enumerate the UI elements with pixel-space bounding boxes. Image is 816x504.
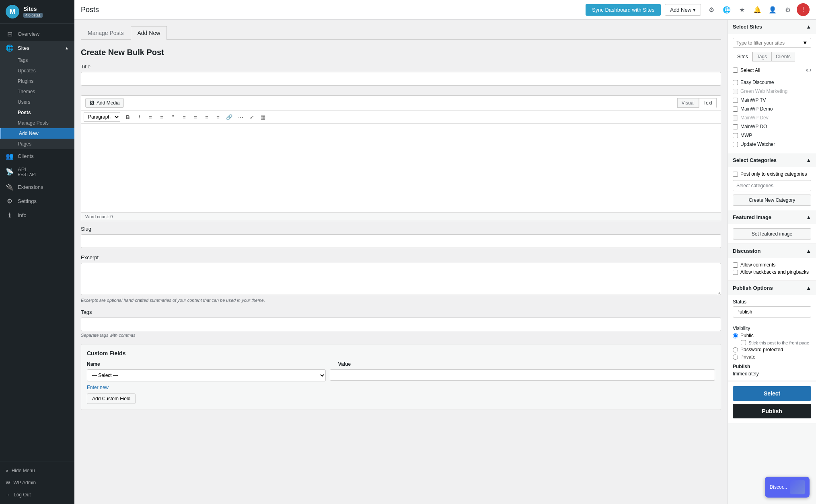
sidebar-item-clients[interactable]: 👥 Clients (0, 149, 74, 163)
set-featured-image-button[interactable]: Set featured image (733, 228, 811, 240)
select-button[interactable]: Select (733, 386, 811, 401)
editor-body[interactable] (81, 124, 721, 212)
site-checkbox-mwp[interactable] (733, 133, 738, 138)
cf-value-input[interactable] (330, 369, 715, 381)
log-out-button[interactable]: → Log Out (0, 489, 74, 501)
sidebar-subitem-plugins[interactable]: Plugins (0, 76, 74, 86)
publish-options-header[interactable]: Publish Options ▲ (728, 281, 816, 295)
add-media-button[interactable]: 🖼 Add Media (85, 98, 124, 108)
categories-select[interactable]: Select categories (733, 180, 811, 191)
paragraph-select[interactable]: Paragraph Heading 1 Heading 2 Heading 3 (84, 112, 120, 122)
topbar-bell-icon[interactable]: 🔔 (751, 3, 764, 16)
sidebar-subitem-users[interactable]: Users (0, 97, 74, 107)
add-new-button[interactable]: Add New ▾ (665, 4, 701, 16)
sites-tab-tags[interactable]: Tags (752, 52, 771, 61)
sidebar-item-api[interactable]: 📡 API REST API (0, 163, 74, 180)
stick-to-front-page-checkbox[interactable] (741, 340, 746, 345)
radio-public-input[interactable] (733, 333, 738, 338)
topbar-globe-icon[interactable]: 🌐 (720, 3, 733, 16)
link-button[interactable]: 🔗 (224, 112, 234, 122)
cf-name-select[interactable]: — Select — (87, 369, 326, 381)
site-checkbox-green-web-marketing[interactable] (733, 89, 738, 94)
sync-dashboard-button[interactable]: Sync Dashboard with Sites (586, 4, 661, 16)
fullscreen-button[interactable]: ⤢ (247, 112, 257, 122)
sidebar-item-overview[interactable]: ⊞ Overview (0, 27, 74, 41)
sidebar-subitem-tags[interactable]: Tags (0, 55, 74, 66)
radio-private-input[interactable] (733, 354, 738, 360)
select-all-label[interactable]: Select All (733, 68, 760, 73)
hide-menu-button[interactable]: « Hide Menu (0, 465, 74, 477)
sidebar-item-sites[interactable]: 🌐 Sites ▲ (0, 41, 74, 55)
discord-widget[interactable]: Discor... (765, 477, 810, 498)
ordered-list-button[interactable]: ≡ (156, 112, 167, 122)
site-checkbox-mainwp-tv[interactable] (733, 98, 738, 103)
select-all-checkbox[interactable] (733, 68, 738, 73)
sidebar-subitem-posts[interactable]: Posts (0, 107, 74, 118)
site-checkbox-mainwp-dev[interactable] (733, 115, 738, 121)
tab-add-new[interactable]: Add New (131, 26, 167, 40)
site-checkbox-mainwp-do[interactable] (733, 124, 738, 129)
page-heading: Create New Bulk Post (81, 48, 721, 57)
sites-tab-sites[interactable]: Sites (733, 52, 752, 61)
sites-tab-clients[interactable]: Clients (771, 52, 795, 61)
sidebar-item-extensions[interactable]: 🔌 Extensions (0, 180, 74, 194)
slug-input[interactable] (81, 234, 721, 248)
bottom-buttons: Select Publish (728, 381, 816, 423)
italic-button[interactable]: I (134, 112, 144, 122)
create-new-category-button[interactable]: Create New Category (733, 195, 811, 206)
sidebar-item-info[interactable]: ℹ Info (0, 208, 74, 222)
add-new-wrapper: Add New ▾ (665, 4, 701, 16)
radio-public: Public (733, 333, 811, 338)
sidebar-item-settings[interactable]: ⚙ Settings (0, 194, 74, 208)
sidebar-subitem-add-new[interactable]: Add New (0, 128, 74, 139)
align-left-button[interactable]: ≡ (179, 112, 189, 122)
topbar-gear-icon[interactable]: ⚙ (781, 3, 794, 16)
post-only-label: Post only to existing categories (740, 171, 807, 177)
post-only-checkbox[interactable] (733, 172, 738, 177)
table-button[interactable]: ▦ (258, 112, 268, 122)
tags-input[interactable] (81, 318, 721, 331)
add-custom-field-button[interactable]: Add Custom Field (87, 393, 136, 404)
publish-button[interactable]: Publish (733, 404, 811, 418)
radio-password-input[interactable] (733, 347, 738, 352)
wp-admin-button[interactable]: W WP Admin (0, 477, 74, 489)
sidebar-subitem-updates[interactable]: Updates (0, 66, 74, 76)
sidebar-subitem-manage-posts[interactable]: Manage Posts (0, 118, 74, 128)
bold-button[interactable]: B (123, 112, 133, 122)
sites-search-input[interactable] (736, 40, 800, 46)
topbar-star-icon[interactable]: ★ (736, 3, 748, 16)
allow-comments-checkbox[interactable] (733, 262, 738, 268)
justify-button[interactable]: ≡ (213, 112, 223, 122)
allow-trackbacks-checkbox[interactable] (733, 270, 738, 275)
unordered-list-button[interactable]: ≡ (145, 112, 156, 122)
select-categories-header[interactable]: Select Categories ▲ (728, 153, 816, 167)
title-input[interactable] (81, 72, 721, 86)
sidebar-subitem-pages[interactable]: Pages (0, 139, 74, 149)
tab-manage-posts[interactable]: Manage Posts (81, 26, 131, 39)
site-label: Update Watcher (740, 141, 775, 147)
sidebar-subitem-themes[interactable]: Themes (0, 86, 74, 97)
allow-comments-label: Allow comments (740, 262, 775, 268)
featured-image-header[interactable]: Featured Image ▲ (728, 210, 816, 224)
discussion-header[interactable]: Discussion ▲ (728, 244, 816, 258)
more-button[interactable]: ⋯ (235, 112, 246, 122)
select-sites-header[interactable]: Select Sites ▲ (728, 20, 816, 34)
tag-icon: 🏷 (806, 67, 811, 73)
blockquote-button[interactable]: " (168, 112, 178, 122)
cf-enter-new-link[interactable]: Enter new (87, 385, 715, 390)
sites-icon: 🌐 (6, 44, 14, 52)
site-checkbox-easy-discourse[interactable] (733, 80, 738, 85)
topbar-settings-icon[interactable]: ⚙ (705, 3, 718, 16)
api-icon: 📡 (6, 168, 14, 176)
site-checkbox-update-watcher[interactable] (733, 142, 738, 147)
editor-toolbar-top: 🖼 Add Media Visual Text (81, 96, 721, 111)
topbar-user-icon[interactable]: 👤 (766, 3, 779, 16)
topbar-alert-icon[interactable]: ! (797, 3, 810, 16)
tab-text[interactable]: Text (699, 98, 717, 108)
status-select[interactable]: Publish Draft Pending Review Private (733, 306, 811, 318)
excerpt-input[interactable] (81, 263, 721, 295)
tab-visual[interactable]: Visual (677, 98, 699, 108)
align-right-button[interactable]: ≡ (201, 112, 212, 122)
align-center-button[interactable]: ≡ (190, 112, 201, 122)
site-checkbox-mainwp-demo[interactable] (733, 107, 738, 112)
